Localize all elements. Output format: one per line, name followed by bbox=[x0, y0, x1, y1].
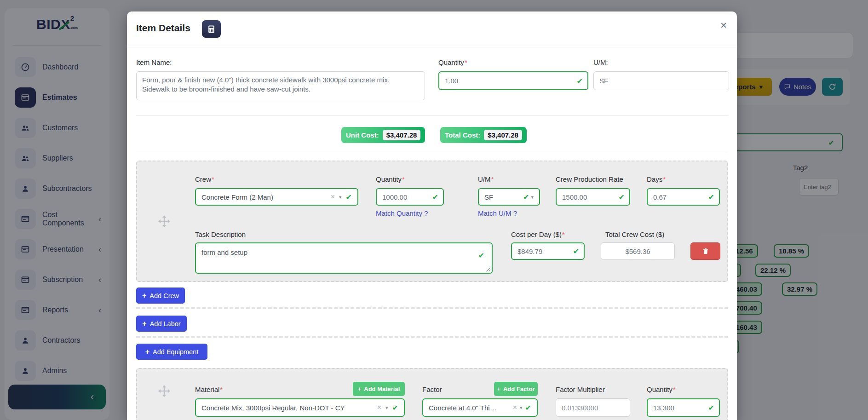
total-crew-cost-input[interactable] bbox=[601, 242, 675, 260]
plus-icon: + bbox=[358, 385, 362, 392]
unit-cost-value: $3,407.28 bbox=[383, 130, 421, 140]
item-details-modal: Item Details × Item Name: Form, pour & f… bbox=[127, 12, 737, 420]
crew-quantity-label: Quantity* bbox=[376, 175, 405, 183]
clear-icon[interactable]: × bbox=[513, 403, 517, 412]
crew-section: Crew* Concrete Form (2 Man) × ▾ ✔ Quanti… bbox=[136, 161, 728, 282]
total-crew-cost-label: Total Crew Cost ($) bbox=[605, 230, 664, 238]
item-name-field[interactable]: Form, pour & finish new (4.0") thick con… bbox=[136, 71, 425, 100]
section-placeholder bbox=[136, 336, 728, 338]
required-marker: * bbox=[402, 175, 405, 183]
match-um-link[interactable]: Match U/M ? bbox=[478, 209, 517, 217]
clear-icon[interactable]: × bbox=[377, 403, 381, 412]
crew-select[interactable]: Concrete Form (2 Man) × ▾ ✔ bbox=[195, 188, 358, 206]
total-crew-cost-field bbox=[601, 242, 675, 260]
required-marker: * bbox=[663, 175, 666, 183]
total-cost-value: $3,407.28 bbox=[484, 130, 522, 140]
plus-icon: + bbox=[145, 348, 149, 356]
crew-um-select[interactable]: SF ✔ ▾ bbox=[478, 188, 540, 206]
task-description-textarea[interactable]: form and setup bbox=[196, 243, 492, 273]
caret-down-icon: ▾ bbox=[531, 194, 534, 200]
factor-multiplier-label: Factor Multiplier bbox=[556, 385, 605, 393]
task-description-label: Task Description bbox=[195, 230, 246, 238]
item-name-textarea[interactable]: Form, pour & finish new (4.0") thick con… bbox=[137, 72, 425, 100]
calculator-button[interactable] bbox=[202, 20, 221, 38]
crew-production-rate-label: Crew Production Rate bbox=[556, 175, 623, 183]
plus-icon: + bbox=[142, 320, 146, 328]
valid-check-icon: ✔ bbox=[708, 403, 714, 412]
caret-down-icon: ▾ bbox=[385, 405, 388, 411]
valid-check-icon: ✔ bbox=[523, 193, 529, 201]
valid-check-icon: ✔ bbox=[432, 193, 438, 201]
add-crew-button[interactable]: + Add Crew bbox=[136, 288, 185, 304]
required-marker: * bbox=[220, 385, 223, 393]
cost-per-day-field: ✔ bbox=[511, 242, 585, 260]
drag-handle-icon[interactable] bbox=[157, 383, 171, 401]
quantity-field: ✔ bbox=[438, 71, 588, 90]
plus-icon: + bbox=[142, 292, 146, 300]
valid-check-icon: ✔ bbox=[577, 76, 583, 85]
factor-select[interactable]: Concrete at 4.0" Thic... × ▾ ✔ bbox=[422, 398, 538, 417]
factor-multiplier-input[interactable] bbox=[556, 398, 630, 417]
material-quantity-field: ✔ bbox=[647, 398, 720, 417]
required-marker: * bbox=[465, 58, 467, 66]
add-labor-button[interactable]: + Add Labor bbox=[136, 316, 187, 332]
material-select[interactable]: Concrete Mix, 3000psi Regular, Non-DOT -… bbox=[195, 398, 405, 417]
section-placeholder bbox=[136, 307, 728, 309]
valid-check-icon: ✔ bbox=[478, 251, 484, 260]
valid-check-icon: ✔ bbox=[619, 193, 625, 201]
quantity-input[interactable] bbox=[438, 71, 588, 90]
material-label: Material* bbox=[195, 385, 223, 393]
app-background: BIDX2.com Dashboard Estimates Customers bbox=[0, 0, 868, 420]
divider bbox=[136, 153, 728, 153]
task-description-field: form and setup ✔ bbox=[195, 242, 493, 274]
match-quantity-link[interactable]: Match Quantity ? bbox=[376, 209, 428, 217]
material-section: Material* + Add Material Concrete Mix, 3… bbox=[136, 368, 728, 420]
required-marker: * bbox=[491, 175, 494, 183]
caret-down-icon: ▾ bbox=[520, 405, 523, 411]
material-quantity-label: Quantity* bbox=[647, 385, 676, 393]
required-marker: * bbox=[212, 175, 214, 183]
valid-check-icon: ✔ bbox=[525, 403, 531, 412]
total-cost-badge: Total Cost: $3,407.28 bbox=[440, 127, 527, 143]
factor-label: Factor bbox=[422, 385, 442, 393]
um-label: U/M: bbox=[593, 58, 608, 66]
valid-check-icon: ✔ bbox=[573, 247, 579, 256]
close-icon[interactable]: × bbox=[720, 19, 727, 32]
required-marker: * bbox=[673, 385, 676, 393]
valid-check-icon: ✔ bbox=[708, 193, 714, 201]
valid-check-icon: ✔ bbox=[392, 403, 398, 412]
crew-quantity-field: ✔ bbox=[376, 188, 444, 206]
calculator-icon bbox=[207, 25, 216, 34]
cost-per-day-label: Cost per Day ($)* bbox=[511, 230, 565, 238]
crew-label: Crew* bbox=[195, 175, 214, 183]
add-equipment-button[interactable]: + Add Equipment bbox=[136, 344, 207, 360]
clear-icon[interactable]: × bbox=[331, 193, 335, 201]
item-name-label: Item Name: bbox=[136, 58, 172, 66]
plus-icon: + bbox=[497, 385, 500, 392]
unit-cost-badge: Unit Cost: $3,407.28 bbox=[341, 127, 425, 143]
modal-title: Item Details bbox=[136, 23, 190, 34]
delete-crew-button[interactable] bbox=[690, 242, 720, 260]
add-factor-button[interactable]: + Add Factor bbox=[494, 382, 538, 396]
quantity-label: Quantity* bbox=[438, 58, 467, 66]
divider bbox=[136, 115, 728, 116]
um-input[interactable] bbox=[593, 71, 729, 90]
trash-icon bbox=[702, 247, 709, 255]
caret-down-icon: ▾ bbox=[339, 194, 342, 200]
valid-check-icon: ✔ bbox=[346, 193, 352, 201]
um-field bbox=[593, 71, 729, 90]
factor-multiplier-field bbox=[556, 398, 630, 417]
drag-handle-icon[interactable] bbox=[157, 213, 171, 231]
add-material-button[interactable]: + Add Material bbox=[353, 382, 405, 396]
crew-um-label: U/M* bbox=[478, 175, 494, 183]
days-label: Days* bbox=[647, 175, 666, 183]
required-marker: * bbox=[562, 230, 565, 238]
days-field: ✔ bbox=[647, 188, 720, 206]
crew-production-rate-field: ✔ bbox=[556, 188, 630, 206]
